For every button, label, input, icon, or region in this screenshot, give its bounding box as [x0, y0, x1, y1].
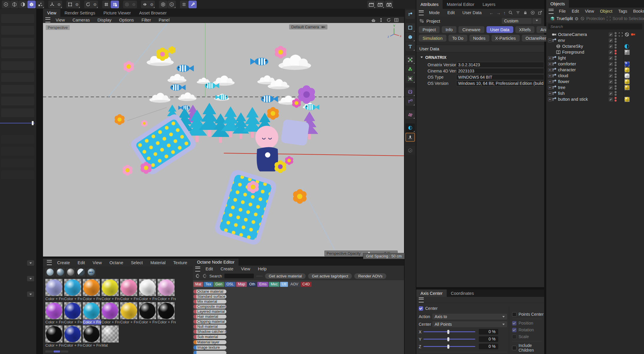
os-version-field[interactable]: Windows 10, 64 Bit, Professional Edition…: [456, 80, 544, 86]
left-panel-row[interactable]: [1, 85, 34, 94]
material-tag[interactable]: [625, 73, 630, 78]
material-item[interactable]: Color + Fre: [64, 302, 83, 325]
object-row-button-and-stick[interactable]: + button and stick: [546, 96, 644, 102]
objects-search-input[interactable]: [548, 24, 642, 29]
edit-toggle[interactable]: [609, 44, 613, 49]
category-tab-c4d[interactable]: C4D: [301, 282, 312, 287]
expand-icon[interactable]: +: [548, 80, 552, 84]
node-item[interactable]: Sub material: [193, 335, 226, 339]
expand-icon[interactable]: +: [548, 56, 552, 60]
tab-material-editor[interactable]: Material Editor: [443, 0, 478, 9]
node-item[interactable]: Mix material: [193, 300, 226, 304]
menu-edit[interactable]: Edit: [78, 260, 85, 265]
attr-tab-xparticles[interactable]: X-Particles: [491, 35, 520, 42]
visibility-dots[interactable]: [615, 85, 617, 90]
visibility-dots[interactable]: [615, 44, 617, 49]
attr-tab-user-data-active[interactable]: User Data: [486, 26, 513, 33]
left-panel-row[interactable]: [1, 97, 34, 105]
category-tab-utl-selected[interactable]: Utl: [280, 282, 288, 287]
object-row-env[interactable]: − env: [546, 37, 644, 43]
left-panel-row[interactable]: [1, 147, 34, 156]
expand-icon[interactable]: +: [548, 74, 552, 78]
visibility-dots[interactable]: [615, 73, 617, 79]
attributes-menu-icon[interactable]: [419, 10, 424, 15]
popout-icon[interactable]: [538, 10, 542, 15]
material-item[interactable]: Color + Fre: [45, 325, 64, 349]
get-active-tag-object-button[interactable]: Get active tag/object: [308, 273, 352, 279]
material-item[interactable]: Color + Fre: [158, 302, 176, 325]
node-item[interactable]: Hair material: [193, 315, 226, 319]
x-value-field[interactable]: 0 %: [479, 329, 498, 335]
magnet-snap-button[interactable]: [188, 1, 197, 8]
tab-coordinates[interactable]: Coordinates: [447, 290, 478, 297]
octane-camera-tag-icon[interactable]: [631, 32, 635, 37]
expression-tag-button[interactable]: [405, 97, 415, 106]
menu-mode[interactable]: Mode: [429, 10, 440, 15]
menu-tags[interactable]: Tags: [618, 9, 627, 14]
toggle-views-icon[interactable]: [394, 18, 399, 22]
object-row-fish[interactable]: + fish: [546, 90, 644, 96]
points-center-row[interactable]: Points Center: [512, 312, 544, 317]
preset-diffuse-material-button[interactable]: [45, 268, 54, 277]
menu-view[interactable]: View: [93, 260, 102, 265]
preset-dropdown[interactable]: Custom: [502, 18, 532, 24]
menu-octane[interactable]: Octane: [110, 260, 123, 265]
menu-create[interactable]: Create: [221, 267, 234, 271]
polygons-mode-button[interactable]: [19, 1, 27, 8]
deformer-button[interactable]: [405, 87, 415, 96]
object-row-character[interactable]: + character: [546, 67, 644, 73]
preset-dropdown-arrow[interactable]: [532, 18, 541, 24]
move-tool-button[interactable]: ⚙: [48, 1, 62, 8]
tab-picture-viewer[interactable]: Picture Viewer: [99, 9, 135, 17]
menu-help[interactable]: Help: [258, 267, 267, 271]
node-link-icon[interactable]: [195, 274, 200, 278]
spline-selection-button[interactable]: [405, 55, 415, 64]
visibility-dots[interactable]: [615, 38, 617, 43]
category-tab-aov[interactable]: AOV: [289, 282, 300, 287]
node-item[interactable]: Layered material: [193, 310, 226, 314]
tab-render-settings[interactable]: Render Settings: [60, 9, 99, 17]
node-item[interactable]: Image texture: [193, 345, 226, 350]
z-slider[interactable]: [423, 346, 475, 347]
truesplit-settings-icon[interactable]: ⚙: [575, 16, 579, 21]
attr-tab-todo[interactable]: To Do: [448, 35, 467, 42]
tab-asset-browser[interactable]: Asset Browser: [135, 9, 170, 17]
view-name-label[interactable]: Perspective: [45, 25, 70, 30]
edit-toggle[interactable]: [609, 80, 613, 84]
model-mode-button[interactable]: [27, 1, 36, 8]
material-item[interactable]: Color + Fre: [83, 279, 102, 302]
material-item[interactable]: Color + Fre: [102, 279, 120, 302]
object-row-octanecamera[interactable]: OctaneCamera: [546, 32, 644, 37]
object-row-tree[interactable]: + tree: [546, 85, 644, 90]
left-panel-row[interactable]: [1, 49, 34, 58]
ornatrix-group-header[interactable]: ORNATRIX: [416, 52, 544, 62]
material-item-selected[interactable]: Color + Fre: [83, 302, 102, 325]
edit-toggle[interactable]: [609, 38, 613, 43]
expand-icon[interactable]: +: [548, 97, 552, 101]
filter-icon[interactable]: [516, 10, 520, 15]
tab-attributes[interactable]: Attributes: [416, 0, 443, 9]
left-panel-row[interactable]: [1, 61, 34, 70]
node-editor-menu-icon[interactable]: [195, 267, 200, 272]
node-item[interactable]: Octane material: [193, 290, 226, 294]
menu-texture[interactable]: Texture: [173, 260, 187, 265]
menu-cameras[interactable]: Cameras: [72, 18, 90, 22]
mirror-tool-options-icon[interactable]: ⚙: [150, 3, 154, 6]
visibility-dots[interactable]: [615, 55, 617, 61]
left-panel-collapse-button[interactable]: [27, 292, 34, 297]
menu-edit[interactable]: Edit: [447, 10, 455, 15]
viewport-canvas[interactable]: Y x z Perspective Default Camera: [43, 23, 404, 257]
node-item[interactable]: Null material: [193, 325, 226, 329]
material-tag[interactable]: [625, 50, 630, 55]
prohibit-tag-icon[interactable]: [625, 32, 629, 37]
menu-create[interactable]: Create: [57, 260, 70, 265]
material-tag[interactable]: [625, 97, 630, 102]
attr-tab-xrefs[interactable]: XRefs: [515, 26, 535, 33]
menu-filter[interactable]: Filter: [142, 18, 151, 22]
floor-object-button-active[interactable]: [405, 133, 415, 142]
move-tool-options-icon[interactable]: ⚙: [57, 3, 61, 6]
edit-toggle[interactable]: [609, 85, 613, 90]
material-item[interactable]: Color + Fre: [45, 302, 64, 325]
include-children-checkbox[interactable]: [512, 346, 516, 350]
expand-icon[interactable]: +: [548, 92, 552, 95]
